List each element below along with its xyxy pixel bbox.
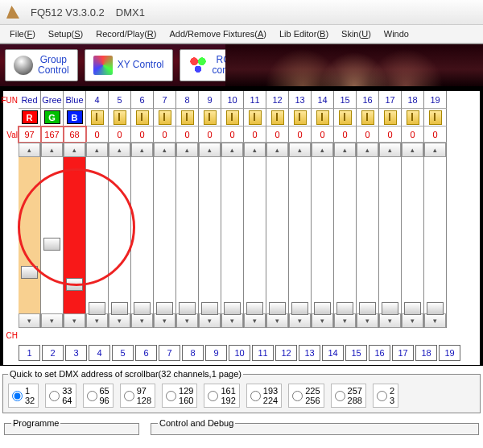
channel-button-1[interactable]: 1 [19,345,40,361]
slider-down-button[interactable]: ▾ [221,313,243,328]
channel-slider-11[interactable]: ▴▾ [244,143,266,328]
fixture-icon-cell[interactable] [289,109,312,127]
slider-down-button[interactable]: ▾ [424,313,446,328]
slider-up-button[interactable]: ▴ [199,143,221,157]
slider-down-button[interactable]: ▾ [64,313,85,328]
menu-fixtures[interactable]: Add/Remove Fixtures(A) [164,27,270,40]
fixture-icon-cell[interactable] [357,109,379,127]
value-cell-14[interactable]: 0 [312,127,334,143]
channel-slider-9[interactable]: ▴▾ [199,143,221,328]
slider-down-button[interactable]: ▾ [41,313,63,328]
channel-slider-12[interactable]: ▴▾ [266,143,289,328]
address-range-161[interactable]: 161192 [204,384,239,408]
address-range-1[interactable]: 132 [8,384,39,408]
address-radio[interactable] [12,391,23,401]
slider-down-button[interactable]: ▾ [131,313,153,328]
channel-slider-2[interactable]: ▴▾ [41,143,64,328]
channel-slider-19[interactable]: ▴▾ [424,143,447,328]
slider-thumb[interactable] [201,302,218,315]
address-radio[interactable] [377,391,387,401]
value-cell-4[interactable]: 0 [86,127,109,143]
channel-button-18[interactable]: 18 [415,345,437,361]
address-radio[interactable] [208,391,218,401]
address-radio[interactable] [292,391,303,401]
channel-button-3[interactable]: 3 [65,345,87,361]
slider-up-button[interactable]: ▴ [19,143,40,157]
value-cell-11[interactable]: 0 [244,127,266,143]
slider-thumb[interactable] [134,302,151,315]
slider-thumb[interactable] [224,302,241,315]
slider-thumb[interactable] [43,238,60,251]
channel-button-9[interactable]: 9 [205,345,227,361]
menu-record[interactable]: Record/Play(R) [91,27,161,40]
channel-slider-8[interactable]: ▴▾ [176,143,199,328]
value-cell-2[interactable]: 167 [41,127,64,143]
slider-thumb[interactable] [66,278,83,291]
fixture-icon-cell[interactable] [379,109,402,127]
channel-slider-1[interactable]: ▴▾ [19,143,41,328]
slider-thumb[interactable] [179,302,196,315]
fixture-icon-cell[interactable] [424,109,447,127]
green-box[interactable]: G [44,110,60,124]
channel-slider-14[interactable]: ▴▾ [312,143,334,328]
slider-down-button[interactable]: ▾ [312,313,333,328]
fixture-icon-cell[interactable] [109,109,131,127]
fixture-icon-cell[interactable]: R [19,109,41,127]
channel-slider-13[interactable]: ▴▾ [289,143,312,328]
channel-button-7[interactable]: 7 [159,345,180,361]
channel-button-16[interactable]: 16 [369,345,390,361]
slider-thumb[interactable] [89,302,105,315]
slider-down-button[interactable]: ▾ [357,313,378,328]
address-range-65[interactable]: 6596 [83,384,114,408]
slider-thumb[interactable] [111,302,128,315]
slider-thumb[interactable] [291,302,308,315]
value-cell-17[interactable]: 0 [379,127,402,143]
value-cell-15[interactable]: 0 [334,127,357,143]
fixture-icon-cell[interactable] [334,109,357,127]
channel-button-2[interactable]: 2 [42,345,64,361]
channel-button-11[interactable]: 11 [252,345,274,361]
channel-button-17[interactable]: 17 [392,345,414,361]
slider-up-button[interactable]: ▴ [154,143,175,157]
address-range-33[interactable]: 3364 [45,384,76,408]
fixture-icon-cell[interactable] [266,109,289,127]
value-cell-13[interactable]: 0 [289,127,312,143]
channel-button-14[interactable]: 14 [322,345,344,361]
group-control-button[interactable]: Group Control [5,49,78,81]
channel-slider-17[interactable]: ▴▾ [379,143,402,328]
address-range-225[interactable]: 225256 [288,384,324,408]
address-radio[interactable] [49,391,60,401]
slider-up-button[interactable]: ▴ [131,143,153,157]
slider-down-button[interactable]: ▾ [334,313,356,328]
value-cell-9[interactable]: 0 [199,127,221,143]
slider-down-button[interactable]: ▾ [266,313,288,328]
channel-slider-5[interactable]: ▴▾ [109,143,131,328]
value-cell-8[interactable]: 0 [176,127,199,143]
value-cell-10[interactable]: 0 [221,127,244,143]
address-radio[interactable] [250,391,261,401]
slider-up-button[interactable]: ▴ [424,143,446,157]
value-cell-16[interactable]: 0 [357,127,379,143]
address-radio[interactable] [124,391,134,401]
fixture-icon-cell[interactable]: G [41,109,64,127]
slider-up-button[interactable]: ▴ [64,143,85,157]
fixture-icon-cell[interactable] [154,109,176,127]
channel-button-5[interactable]: 5 [112,345,134,361]
value-cell-12[interactable]: 0 [266,127,289,143]
channel-button-15[interactable]: 15 [345,345,367,361]
slider-down-button[interactable]: ▾ [199,313,221,328]
slider-up-button[interactable]: ▴ [289,143,311,157]
slider-thumb[interactable] [269,302,286,315]
menu-window[interactable]: Windo [379,27,414,40]
channel-button-6[interactable]: 6 [135,345,157,361]
slider-up-button[interactable]: ▴ [41,143,63,157]
slider-down-button[interactable]: ▾ [154,313,175,328]
value-cell-5[interactable]: 0 [109,127,131,143]
slider-down-button[interactable]: ▾ [244,313,266,328]
slider-thumb[interactable] [21,266,38,279]
slider-up-button[interactable]: ▴ [266,143,288,157]
menu-file[interactable]: File(F) [5,27,40,40]
slider-thumb[interactable] [156,302,173,315]
address-radio[interactable] [87,391,97,401]
channel-button-4[interactable]: 4 [89,345,110,361]
